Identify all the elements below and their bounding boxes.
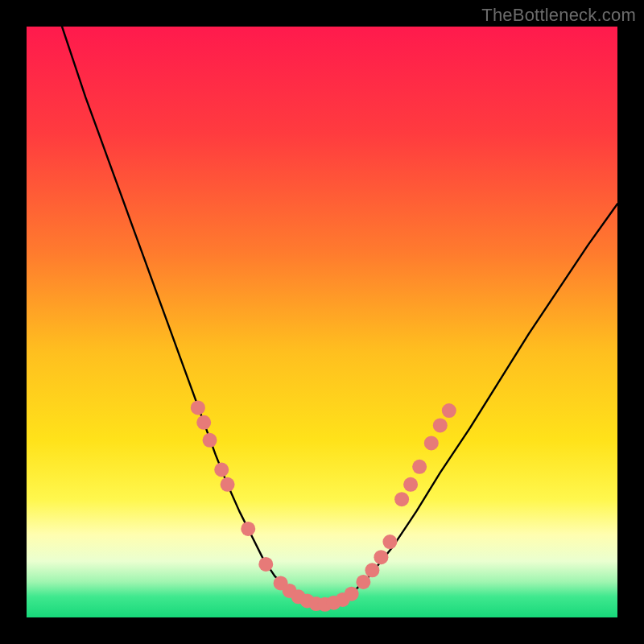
highlight-dot <box>365 563 379 577</box>
chart-container: TheBottleneck.com <box>0 0 644 644</box>
highlight-dot <box>221 477 235 492</box>
watermark-label: TheBottleneck.com <box>481 5 636 26</box>
highlight-dot <box>412 460 427 474</box>
chart-svg <box>27 27 617 617</box>
highlight-dot <box>424 436 439 450</box>
highlight-dot <box>214 463 229 477</box>
highlight-dot <box>403 477 418 492</box>
highlight-dot <box>356 575 370 589</box>
gradient-backdrop <box>27 27 617 617</box>
highlight-dot <box>374 550 388 564</box>
highlight-dot <box>382 535 397 549</box>
plot-area <box>27 27 617 617</box>
highlight-dot <box>241 522 255 536</box>
highlight-dot <box>191 400 205 415</box>
highlight-dot <box>394 492 409 506</box>
highlight-dot <box>345 587 359 601</box>
highlight-dot <box>442 403 456 418</box>
highlight-dot <box>258 557 273 572</box>
highlight-dot <box>196 415 211 430</box>
highlight-dot <box>433 418 448 432</box>
highlight-dot <box>203 433 217 448</box>
